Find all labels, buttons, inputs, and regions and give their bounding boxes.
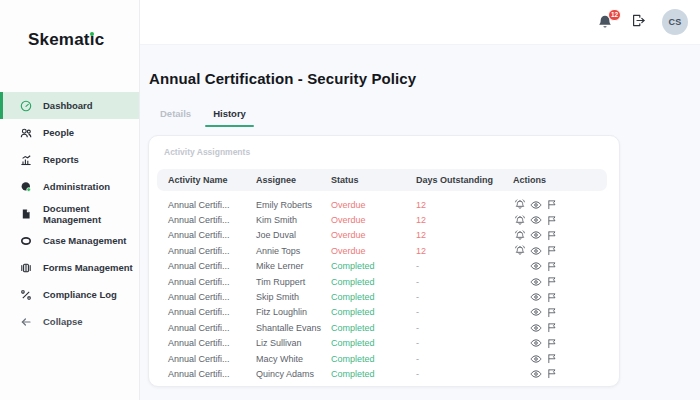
flag-icon[interactable] [545,276,558,288]
flag-icon[interactable] [545,337,558,349]
avatar[interactable]: CS [662,9,688,35]
col-actions: Actions [513,175,607,185]
flag-icon[interactable] [545,245,558,257]
flag-icon[interactable] [545,199,558,211]
cell-status: Completed [331,354,416,364]
sidebar-collapse-button[interactable]: Collapse [0,308,139,335]
cell-days-outstanding: - [416,292,513,302]
sidebar-item-label: Reports [43,154,79,165]
sidebar-item-administration[interactable]: Administration [0,173,139,200]
notifications-button[interactable]: 12 [597,14,614,31]
cell-actions [513,353,619,365]
cell-days-outstanding: - [416,307,513,317]
cell-activity-name: Annual Certifi... [168,230,256,240]
topbar: 12 CS [140,0,700,45]
ring-bell-icon[interactable] [513,245,526,257]
table-row: Annual Certifi...Skip SmithCompleted- [149,289,619,304]
sidebar-item-label: People [43,127,74,138]
logout-button[interactable] [630,14,646,30]
panel-label: Activity Assignments [164,147,250,157]
main-content: Annual Certification - Security Policy D… [140,45,700,400]
cell-activity-name: Annual Certifi... [168,369,256,379]
eye-icon[interactable] [529,337,542,349]
eye-icon[interactable] [529,245,542,257]
cell-actions [513,214,619,226]
eye-icon[interactable] [529,229,542,241]
table-row: Annual Certifi...Kim SmithOverdue12 [149,212,619,227]
sidebar-item-label: Document Management [43,203,139,225]
cell-actions [513,276,619,288]
eye-icon[interactable] [529,199,542,211]
cell-actions [513,337,619,349]
notification-badge: 12 [608,9,621,21]
eye-icon[interactable] [529,353,542,365]
cell-actions [513,229,619,241]
flag-icon[interactable] [545,214,558,226]
chart-icon [19,153,32,166]
flag-icon[interactable] [545,322,558,334]
cell-actions [513,199,619,211]
tab-history[interactable]: History [213,108,246,127]
cell-assignee: Annie Tops [256,246,331,256]
cell-assignee: Macy White [256,354,331,364]
sidebar: Skematıc DashboardPeopleReportsAdministr… [0,0,140,400]
cell-status: Completed [331,261,416,271]
eye-icon[interactable] [529,368,542,380]
sidebar-item-compliance-log[interactable]: Compliance Log [0,281,139,308]
eye-icon[interactable] [529,291,542,303]
sidebar-item-label: Compliance Log [43,289,117,300]
cell-days-outstanding: 12 [416,215,513,225]
forms-icon [19,261,32,274]
flag-icon[interactable] [545,229,558,241]
table-header: Activity Name Assignee Status Days Outst… [157,169,607,191]
eye-icon[interactable] [529,322,542,334]
cell-status: Overdue [331,215,416,225]
flag-icon[interactable] [545,306,558,318]
logout-icon [631,13,646,32]
page-title: Annual Certification - Security Policy [149,70,416,87]
logo-letter-i: ı [90,30,95,50]
sidebar-nav: DashboardPeopleReportsAdministrationDocu… [0,92,139,335]
cell-activity-name: Annual Certifi... [168,277,256,287]
cell-assignee: Kim Smith [256,215,331,225]
sidebar-item-forms-management[interactable]: Forms Management [0,254,139,281]
sidebar-item-people[interactable]: People [0,119,139,146]
tabs: Details History [160,108,246,127]
cell-actions [513,260,619,272]
cell-activity-name: Annual Certifi... [168,292,256,302]
cell-days-outstanding: 12 [416,200,513,210]
cell-days-outstanding: - [416,354,513,364]
cell-status: Completed [331,307,416,317]
sidebar-item-document-management[interactable]: Document Management [0,200,139,227]
ring-bell-icon[interactable] [513,214,526,226]
cell-actions [513,322,619,334]
eye-icon[interactable] [529,214,542,226]
eye-icon[interactable] [529,260,542,272]
table-row: Annual Certifi...Liz SullivanCompleted- [149,336,619,351]
sidebar-item-reports[interactable]: Reports [0,146,139,173]
cell-status: Completed [331,292,416,302]
tab-details[interactable]: Details [160,108,191,127]
flag-icon[interactable] [545,353,558,365]
flag-icon[interactable] [545,368,558,380]
cell-status: Completed [331,323,416,333]
flag-icon[interactable] [545,260,558,272]
table-body: Annual Certifi...Emily RobertsOverdue12A… [149,197,619,382]
table-row: Annual Certifi...Quincy AdamsCompleted- [149,366,619,381]
sidebar-collapse-label: Collapse [43,316,83,327]
document-icon [19,207,32,220]
cell-days-outstanding: - [416,323,513,333]
flag-icon[interactable] [545,291,558,303]
ring-bell-icon[interactable] [513,229,526,241]
cell-actions [513,245,619,257]
eye-icon[interactable] [529,276,542,288]
table-row: Annual Certifi...Macy WhiteCompleted- [149,351,619,366]
compliance-icon [19,288,32,301]
cell-status: Completed [331,338,416,348]
ring-bell-icon[interactable] [513,199,526,211]
sidebar-item-case-management[interactable]: Case Management [0,227,139,254]
admin-icon [19,180,32,193]
eye-icon[interactable] [529,306,542,318]
sidebar-item-dashboard[interactable]: Dashboard [0,92,139,119]
cell-assignee: Emily Roberts [256,200,331,210]
